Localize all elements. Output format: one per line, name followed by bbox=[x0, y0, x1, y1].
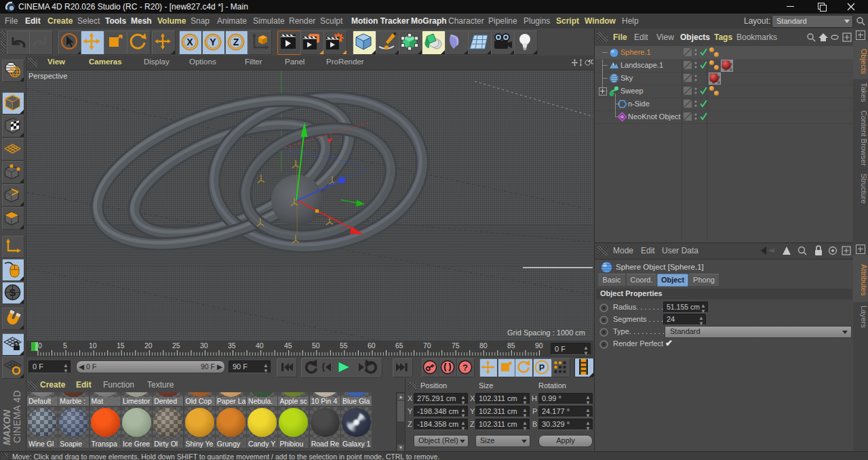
svg-text:P: P bbox=[539, 363, 545, 373]
svg-text:Z: Z bbox=[233, 37, 239, 47]
svg-text:?: ? bbox=[462, 362, 468, 373]
svg-text:Y: Y bbox=[210, 37, 216, 47]
svg-text:X: X bbox=[186, 37, 193, 47]
svg-text:S: S bbox=[9, 287, 16, 298]
